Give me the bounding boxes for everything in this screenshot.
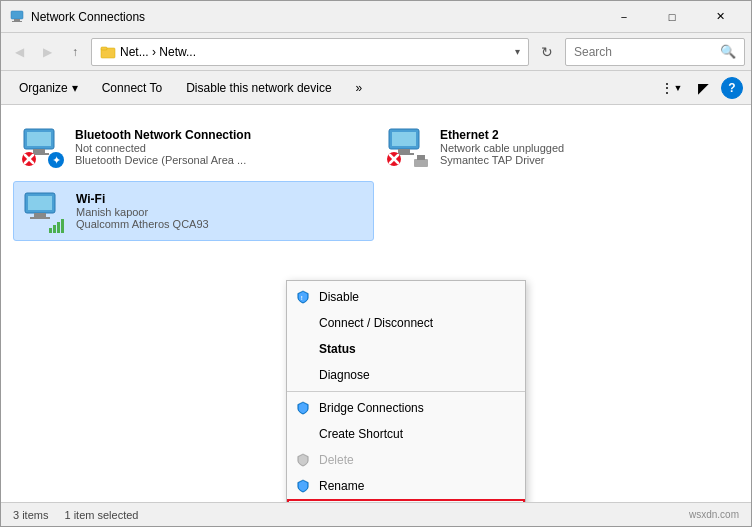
search-box[interactable]: 🔍 bbox=[565, 38, 745, 66]
watermark: wsxdn.com bbox=[689, 509, 739, 520]
view-icon: ⋮ bbox=[660, 80, 674, 96]
ethernet2-name: Ethernet 2 bbox=[440, 128, 731, 142]
ctx-diagnose-label: Diagnose bbox=[319, 368, 370, 382]
title-bar-title: Network Connections bbox=[31, 10, 601, 24]
forward-button[interactable]: ▶ bbox=[35, 40, 59, 64]
network-item-ethernet2[interactable]: Ethernet 2 Network cable unplugged Syman… bbox=[378, 117, 739, 177]
ctx-disable[interactable]: ! Disable bbox=[287, 284, 525, 310]
wifi-adapter: Qualcomm Atheros QCA93 bbox=[76, 218, 365, 230]
title-bar: Network Connections − □ ✕ bbox=[1, 1, 751, 33]
shield-icon-disable: ! bbox=[295, 289, 311, 305]
address-path: Net... › Netw... bbox=[120, 45, 511, 59]
address-dropdown-arrow[interactable]: ▾ bbox=[515, 46, 520, 57]
svg-rect-2 bbox=[12, 21, 22, 22]
toolbar-right: ⋮ ▼ ◤ ? bbox=[657, 75, 743, 101]
ctx-connect-disconnect-label: Connect / Disconnect bbox=[319, 316, 433, 330]
shield-icon-delete bbox=[295, 452, 311, 468]
close-button[interactable]: ✕ bbox=[697, 2, 743, 32]
search-icon: 🔍 bbox=[720, 44, 736, 59]
ctx-separator-1 bbox=[287, 391, 525, 392]
search-input[interactable] bbox=[574, 45, 720, 59]
ctx-connect-disconnect[interactable]: Connect / Disconnect bbox=[287, 310, 525, 336]
ctx-delete-label: Delete bbox=[319, 453, 354, 467]
view-toggle-button[interactable]: ⋮ ▼ bbox=[657, 75, 685, 101]
red-x-overlay-bluetooth bbox=[21, 151, 37, 167]
wifi-network-info: Wi-Fi Manish kapoor Qualcomm Atheros QCA… bbox=[76, 192, 365, 230]
shield-icon-bridge bbox=[295, 400, 311, 416]
preview-pane-button[interactable]: ◤ bbox=[689, 75, 717, 101]
svg-rect-29 bbox=[57, 222, 60, 233]
maximize-button[interactable]: □ bbox=[649, 2, 695, 32]
connect-to-button[interactable]: Connect To bbox=[92, 75, 173, 101]
shield-icon-rename bbox=[295, 478, 311, 494]
up-button[interactable]: ↑ bbox=[63, 40, 87, 64]
more-button[interactable]: » bbox=[346, 75, 373, 101]
back-button[interactable]: ◀ bbox=[7, 40, 31, 64]
items-count: 3 items bbox=[13, 509, 48, 521]
svg-rect-6 bbox=[27, 132, 51, 146]
ethernet-overlay-icon bbox=[412, 153, 430, 169]
ctx-status[interactable]: Status bbox=[287, 336, 525, 362]
bluetooth-adapter: Bluetooth Device (Personal Area ... bbox=[75, 154, 366, 166]
bluetooth-status: Not connected bbox=[75, 142, 366, 154]
refresh-button[interactable]: ↻ bbox=[533, 38, 561, 66]
content-area: ✦ Bluetooth Network Connection Not conne… bbox=[1, 105, 751, 502]
svg-rect-27 bbox=[49, 228, 52, 233]
svg-rect-0 bbox=[11, 11, 23, 19]
context-menu: ! Disable Connect / Disconnect Status Di… bbox=[286, 280, 526, 502]
ctx-bridge-connections[interactable]: Bridge Connections bbox=[287, 395, 525, 421]
ctx-diagnose[interactable]: Diagnose bbox=[287, 362, 525, 388]
organize-button[interactable]: Organize ▾ bbox=[9, 75, 88, 101]
view-dropdown-icon: ▼ bbox=[674, 83, 683, 93]
svg-rect-21 bbox=[414, 159, 428, 167]
bluetooth-overlay-icon: ✦ bbox=[47, 151, 65, 169]
help-button[interactable]: ? bbox=[721, 77, 743, 99]
svg-rect-4 bbox=[101, 47, 107, 50]
svg-rect-15 bbox=[392, 132, 416, 146]
disable-device-button[interactable]: Disable this network device bbox=[176, 75, 341, 101]
selected-count: 1 item selected bbox=[64, 509, 138, 521]
address-bar: ◀ ▶ ↑ Net... › Netw... ▾ ↻ 🔍 bbox=[1, 33, 751, 71]
svg-text:✦: ✦ bbox=[52, 154, 61, 166]
toolbar: Organize ▾ Connect To Disable this netwo… bbox=[1, 71, 751, 105]
wifi-status: Manish kapoor bbox=[76, 206, 365, 218]
ctx-bridge-connections-label: Bridge Connections bbox=[319, 401, 424, 415]
title-bar-controls: − □ ✕ bbox=[601, 2, 743, 32]
svg-rect-26 bbox=[30, 217, 50, 219]
network-connections-window: Network Connections − □ ✕ ◀ ▶ ↑ Net... ›… bbox=[0, 0, 752, 527]
ctx-create-shortcut-label: Create Shortcut bbox=[319, 427, 403, 441]
status-bar: 3 items 1 item selected wsxdn.com bbox=[1, 502, 751, 526]
minimize-button[interactable]: − bbox=[601, 2, 647, 32]
folder-icon bbox=[100, 44, 116, 60]
preview-icon: ◤ bbox=[698, 80, 709, 96]
bluetooth-network-info: Bluetooth Network Connection Not connect… bbox=[75, 128, 366, 166]
ctx-rename-label: Rename bbox=[319, 479, 364, 493]
ctx-properties[interactable]: Properties bbox=[287, 499, 525, 502]
svg-rect-25 bbox=[34, 213, 46, 217]
network-grid: ✦ Bluetooth Network Connection Not conne… bbox=[9, 113, 743, 245]
title-bar-icon bbox=[9, 9, 25, 25]
ctx-rename[interactable]: Rename bbox=[287, 473, 525, 499]
ethernet2-status: Network cable unplugged bbox=[440, 142, 731, 154]
ctx-create-shortcut[interactable]: Create Shortcut bbox=[287, 421, 525, 447]
ctx-status-label: Status bbox=[319, 342, 356, 356]
ethernet2-adapter: Symantec TAP Driver bbox=[440, 154, 731, 166]
bluetooth-icon-container: ✦ bbox=[21, 125, 65, 169]
bluetooth-name: Bluetooth Network Connection bbox=[75, 128, 366, 142]
svg-rect-28 bbox=[53, 225, 56, 233]
network-item-wifi[interactable]: Wi-Fi Manish kapoor Qualcomm Atheros QCA… bbox=[13, 181, 374, 241]
svg-rect-24 bbox=[28, 196, 52, 210]
wifi-name: Wi-Fi bbox=[76, 192, 365, 206]
network-item-bluetooth[interactable]: ✦ Bluetooth Network Connection Not conne… bbox=[13, 117, 374, 177]
ctx-delete[interactable]: Delete bbox=[287, 447, 525, 473]
wifi-signal-overlay bbox=[48, 217, 66, 233]
ctx-disable-label: Disable bbox=[319, 290, 359, 304]
svg-text:!: ! bbox=[301, 294, 303, 301]
ethernet2-icon-container bbox=[386, 125, 430, 169]
red-x-overlay-ethernet2 bbox=[386, 151, 402, 167]
ethernet2-network-info: Ethernet 2 Network cable unplugged Syman… bbox=[440, 128, 731, 166]
svg-rect-30 bbox=[61, 219, 64, 233]
address-box[interactable]: Net... › Netw... ▾ bbox=[91, 38, 529, 66]
svg-rect-1 bbox=[14, 19, 20, 21]
svg-rect-22 bbox=[417, 155, 425, 160]
